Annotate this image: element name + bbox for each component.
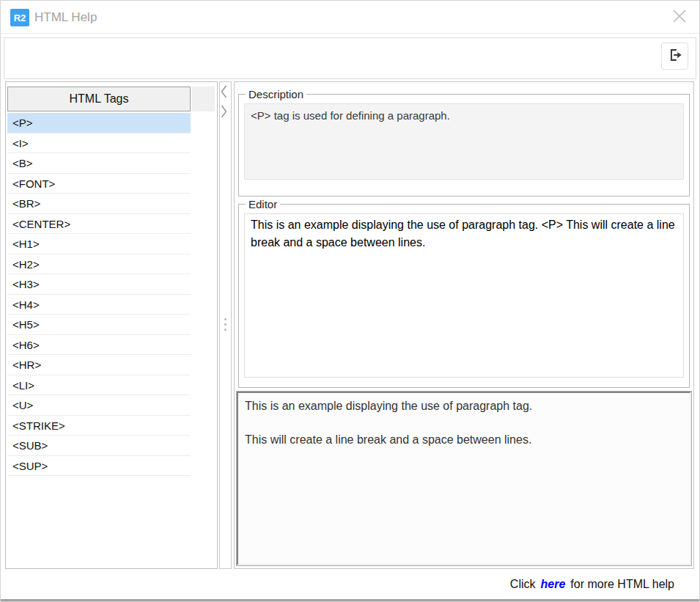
list-item[interactable]: <LI> (7, 375, 191, 396)
list-item[interactable]: <SUB> (7, 436, 191, 456)
list-item[interactable]: <H6> (7, 335, 191, 356)
exit-button[interactable] (661, 43, 688, 70)
r2-logo: R2 (10, 9, 29, 26)
tag-list: <P><I><B><FONT><BR><CENTER><H1><H2><H3><… (7, 113, 191, 476)
chevron-right-icon[interactable] (220, 104, 231, 122)
chevron-left-icon[interactable] (220, 84, 231, 102)
grip-dots[interactable] (220, 315, 231, 331)
list-item[interactable]: <HR> (7, 355, 191, 375)
editor-group: Editor This is an example displaying the… (238, 198, 690, 388)
html-help-window: R2 HTML Help HTML Tags < (0, 0, 700, 602)
footer: Clickherefor more HTML help (1, 570, 699, 600)
window-title: HTML Help (34, 1, 97, 34)
titlebar: R2 HTML Help (1, 1, 699, 34)
list-item[interactable]: <U> (7, 395, 191, 416)
list-item[interactable]: <H4> (7, 295, 191, 315)
list-item[interactable]: <P> (7, 113, 191, 133)
list-item[interactable]: <CENTER> (7, 214, 191, 235)
preview-line-1: This is an example displaying the use of… (245, 397, 683, 414)
description-text: <P> tag is used for defining a paragraph… (244, 103, 684, 180)
list-item[interactable]: <STRIKE> (7, 416, 191, 436)
preview-pane: This is an example displaying the use of… (237, 392, 691, 565)
list-item[interactable]: <H1> (7, 234, 191, 254)
exit-icon (667, 47, 683, 66)
tag-grid-header-filler (191, 87, 215, 111)
list-item[interactable]: <B> (7, 153, 191, 174)
list-item[interactable]: <BR> (7, 194, 191, 214)
description-group: Description <P> tag is used for defining… (238, 88, 690, 197)
window-bottom-border (1, 599, 699, 601)
list-item[interactable]: <H3> (7, 274, 191, 295)
tag-grid-panel: HTML Tags <P><I><B><FONT><BR><CENTER><H1… (5, 81, 218, 569)
close-icon (671, 8, 688, 27)
footer-text-suffix: for more HTML help (570, 578, 674, 590)
editor-textarea[interactable]: This is an example displaying the use of… (244, 213, 684, 378)
list-item[interactable]: <I> (7, 133, 191, 154)
description-legend: Description (246, 88, 306, 100)
detail-panel: Description <P> tag is used for defining… (234, 81, 694, 569)
footer-text-prefix: Click (510, 578, 536, 590)
preview-pane-border: This is an example displaying the use of… (236, 391, 692, 566)
list-item[interactable]: <H2> (7, 254, 191, 275)
splitter-bar[interactable] (219, 81, 232, 569)
close-button[interactable] (669, 7, 690, 28)
list-item[interactable]: <FONT> (7, 174, 191, 194)
help-link[interactable]: here (541, 578, 566, 590)
list-item[interactable]: <H5> (7, 315, 191, 335)
editor-legend: Editor (246, 198, 280, 210)
preview-line-2: This will create a line break and a spac… (245, 431, 683, 448)
toolbar (4, 37, 696, 79)
list-item[interactable]: <SUP> (7, 456, 191, 477)
tag-grid-column-header[interactable]: HTML Tags (7, 87, 191, 111)
